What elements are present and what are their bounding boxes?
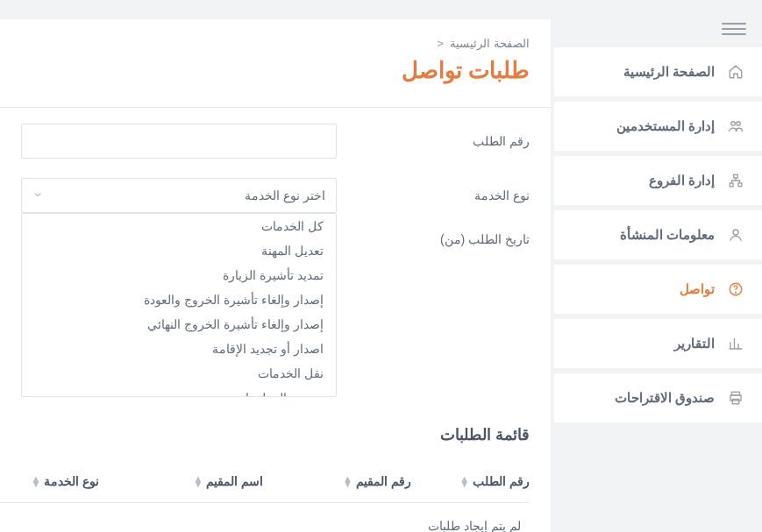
- filter-label-request-number: رقم الطلب: [389, 134, 530, 148]
- sidebar: الصفحة الرئيسية إدارة المستخدمين إدارة ا…: [554, 0, 762, 532]
- sidebar-item-label: إدارة الفروع: [649, 173, 715, 188]
- svg-rect-10: [732, 400, 739, 404]
- profile-icon: [727, 226, 744, 244]
- home-icon: [727, 63, 744, 81]
- svg-point-5: [733, 230, 738, 235]
- sidebar-item-label: صندوق الاقتراحات: [615, 390, 715, 406]
- sitemap-icon: [727, 172, 744, 189]
- help-circle-icon: [727, 280, 744, 298]
- table-header: رقم الطلب ▲▼ رقم المقيم ▲▼ اسم المقيم ▲▼…: [0, 460, 530, 502]
- breadcrumb: الصفحة الرئيسية <: [0, 37, 530, 50]
- svg-point-7: [736, 292, 737, 293]
- svg-point-0: [731, 122, 736, 126]
- main-content: الصفحة الرئيسية < طلبات تواصل رقم الطلب …: [0, 19, 551, 532]
- sidebar-item-establishment-info[interactable]: معلومات المنشأة: [554, 210, 762, 259]
- filter-label-date-from: تاريخ الطلب (من): [389, 232, 530, 246]
- column-header-service-type[interactable]: نوع الخدمة ▲▼: [0, 474, 99, 488]
- svg-point-1: [737, 122, 741, 126]
- sidebar-item-home[interactable]: الصفحة الرئيسية: [554, 47, 762, 96]
- service-type-placeholder: اختر نوع الخدمة: [245, 188, 325, 202]
- sidebar-item-label: تواصل: [680, 281, 715, 297]
- requests-table: رقم الطلب ▲▼ رقم المقيم ▲▼ اسم المقيم ▲▼…: [0, 460, 530, 532]
- breadcrumb-home[interactable]: الصفحة الرئيسية: [450, 37, 530, 50]
- table-empty-message: لم يتم إيجاد طلبات: [0, 503, 530, 532]
- request-number-input[interactable]: [21, 124, 337, 159]
- service-type-dropdown: كل الخدمات تعديل المهنة تمديد تأشيرة الز…: [21, 213, 337, 397]
- filter-label-service-type: نوع الخدمة: [389, 188, 530, 202]
- filter-row-request-number: رقم الطلب: [0, 108, 530, 162]
- sidebar-item-users[interactable]: إدارة المستخدمين: [554, 102, 762, 151]
- sort-icon: ▲▼: [343, 476, 353, 486]
- chevron-left-icon: <: [437, 37, 444, 50]
- sidebar-item-label: معلومات المنشأة: [620, 227, 715, 243]
- sidebar-item-reports[interactable]: التقارير: [554, 319, 762, 368]
- sidebar-item-suggestions[interactable]: صندوق الاقتراحات: [554, 373, 762, 422]
- dropdown-option[interactable]: كل الخدمات: [22, 214, 336, 238]
- filter-row-service-type: نوع الخدمة اختر نوع الخدمة كل الخدمات تع…: [0, 162, 530, 216]
- column-header-resident-number[interactable]: رقم المقيم ▲▼: [270, 474, 410, 488]
- dropdown-option[interactable]: تعديل المهنة: [22, 238, 336, 263]
- column-header-request-number[interactable]: رقم الطلب ▲▼: [418, 474, 530, 488]
- dropdown-option[interactable]: إصدار وإلغاء تأشيرة الخروج والعودة: [22, 287, 336, 312]
- bar-chart-icon: [727, 335, 744, 352]
- dropdown-option[interactable]: اصدار أو تجديد الإقامة: [22, 337, 336, 361]
- svg-rect-4: [738, 183, 742, 187]
- dropdown-option[interactable]: إصدار وإلغاء تأشيرة الخروج النهائي: [22, 312, 336, 337]
- dropdown-option[interactable]: تمديد تأشيرة الزيارة: [22, 263, 336, 287]
- dropdown-option[interactable]: تحديث المعلومات: [22, 386, 336, 397]
- sort-icon: ▲▼: [31, 476, 40, 486]
- table-body: لم يتم إيجاد طلبات: [0, 502, 530, 532]
- svg-rect-2: [734, 174, 738, 178]
- column-header-resident-name[interactable]: اسم المقيم ▲▼: [106, 474, 263, 488]
- users-icon: [727, 117, 744, 135]
- sidebar-item-contact[interactable]: تواصل: [554, 265, 762, 314]
- hamburger-menu-icon[interactable]: [722, 19, 746, 39]
- sidebar-item-label: التقارير: [674, 336, 715, 351]
- sort-icon: ▲▼: [459, 476, 469, 486]
- requests-list-title: قائمة الطلبات: [0, 425, 530, 444]
- sidebar-item-label: الصفحة الرئيسية: [623, 64, 715, 80]
- sort-icon: ▲▼: [194, 476, 203, 486]
- sidebar-item-branches[interactable]: إدارة الفروع: [554, 156, 762, 205]
- page-title: طلبات تواصل: [0, 57, 530, 84]
- sidebar-item-label: إدارة المستخدمين: [616, 118, 715, 134]
- svg-rect-3: [730, 183, 733, 187]
- service-type-select[interactable]: اختر نوع الخدمة: [21, 178, 337, 213]
- printer-icon: [727, 389, 744, 407]
- dropdown-option[interactable]: نقل الخدمات: [22, 361, 336, 386]
- chevron-down-icon: [32, 188, 43, 202]
